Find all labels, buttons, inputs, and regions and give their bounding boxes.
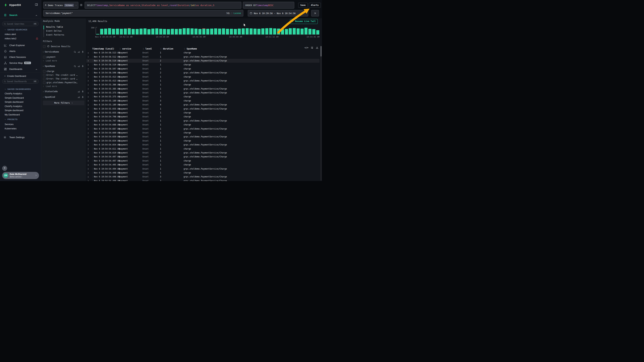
- column-header-spanname[interactable]: SpanName: [186, 47, 197, 50]
- order-by-editor[interactable]: ORDER BY Timestamp DESC: [243, 2, 294, 8]
- histogram-bar[interactable]: [198, 29, 202, 34]
- preset-item[interactable]: Services: [5, 123, 14, 126]
- denoise-checkbox[interactable]: [43, 45, 46, 48]
- alerts-button[interactable]: Alerts: [309, 3, 321, 8]
- histogram-bar[interactable]: [312, 29, 316, 34]
- histogram-bar[interactable]: [116, 29, 119, 34]
- histogram-bar[interactable]: [128, 29, 131, 34]
- save-button[interactable]: Save: [298, 3, 308, 8]
- saved-dashboards-input[interactable]: Saved Dashboards ⌘K: [2, 79, 39, 84]
- histogram-bar[interactable]: [293, 28, 296, 34]
- histogram-bar[interactable]: [136, 29, 139, 34]
- expand-row-icon[interactable]: ❯: [88, 128, 92, 130]
- histogram-bar[interactable]: [265, 28, 268, 34]
- table-row[interactable]: ❯Nov 6 10:54:54.497 AMpaymentUnset1grpc.…: [86, 155, 320, 159]
- filter-option-checkbox[interactable]: [43, 78, 46, 80]
- histogram-bar[interactable]: [222, 28, 225, 34]
- histogram-bar[interactable]: [234, 29, 237, 34]
- load-more-button[interactable]: Load more: [42, 85, 57, 88]
- sidebar-item-team-settings[interactable]: Team Settings: [0, 135, 41, 140]
- pin-icon[interactable]: [82, 96, 84, 98]
- histogram-bar[interactable]: [151, 29, 154, 34]
- table-row[interactable]: ❯Nov 6 10:54:54.654 AMpaymentUnset1charg…: [86, 139, 320, 143]
- download-icon[interactable]: [316, 46, 318, 49]
- table-row[interactable]: ❯Nov 6 10:54:54.495 AMpaymentUnset1charg…: [86, 163, 320, 167]
- expand-row-icon[interactable]: ❯: [88, 64, 92, 66]
- histogram-bar[interactable]: [296, 28, 300, 34]
- table-row[interactable]: ❯Nov 6 10:54:55.375 AMpaymentUnset1charg…: [86, 95, 320, 99]
- saved-searches-section-header[interactable]: SAVED SEARCHES: [4, 29, 28, 31]
- histogram-bar[interactable]: [179, 29, 182, 34]
- table-row[interactable]: ❯Nov 6 10:54:54.707 AMpaymentUnset1grpc.…: [86, 119, 320, 123]
- filter-option-label[interactable]: Error: The credit card …: [46, 74, 78, 76]
- table-row[interactable]: ❯Nov 6 10:54:54.688 AMpaymentUnset1charg…: [86, 123, 320, 127]
- expand-row-icon[interactable]: ❯: [88, 92, 92, 94]
- filter-option-checkbox[interactable]: [43, 70, 46, 73]
- histogram-bar[interactable]: [120, 29, 123, 34]
- sidebar-collapse-icon[interactable]: [35, 3, 38, 6]
- expand-row-icon[interactable]: ❯: [88, 108, 92, 110]
- code-view-icon[interactable]: </>: [304, 46, 308, 49]
- create-dashboard-button[interactable]: +Create Dashboard: [4, 75, 26, 77]
- table-row[interactable]: ❯Nov 6 10:54:55.413 AMpaymentUnset1charg…: [86, 75, 320, 79]
- table-row[interactable]: ❯Nov 6 10:54:55.413 AMpaymentUnset1grpc.…: [86, 79, 320, 83]
- table-row[interactable]: ❯Nov 6 10:54:55.375 AMpaymentUnset1grpc.…: [86, 91, 320, 95]
- expand-row-icon[interactable]: ❯: [88, 56, 92, 58]
- bar-chart-icon[interactable]: [78, 65, 80, 67]
- table-row[interactable]: ❯Nov 6 10:54:54.654 AMpaymentUnset1grpc.…: [86, 143, 320, 147]
- histogram-bar[interactable]: [246, 28, 249, 34]
- help-button[interactable]: ?: [2, 166, 7, 171]
- filter-option-label[interactable]: payment: [46, 56, 56, 58]
- expand-row-icon[interactable]: ❯: [88, 152, 92, 154]
- histogram-bar[interactable]: [140, 29, 142, 34]
- expand-row-icon[interactable]: ❯: [88, 68, 92, 70]
- load-more-button[interactable]: Load more: [42, 59, 57, 62]
- table-row[interactable]: ❯Nov 6 10:54:54.611 AMpaymentUnset1charg…: [86, 147, 320, 151]
- histogram-bar[interactable]: [206, 29, 209, 34]
- analysis-mode-event-deltas[interactable]: Event Deltas: [46, 30, 62, 32]
- expand-row-icon[interactable]: ❯: [88, 148, 92, 150]
- column-header-service[interactable]: service: [122, 47, 131, 50]
- saved-dashboard-item[interactable]: ClickPy Analytics: [5, 92, 22, 95]
- column-header-duration[interactable]: duration: [163, 47, 173, 50]
- filter-option-label[interactable]: Error: The credit card …: [46, 78, 78, 80]
- histogram-bar[interactable]: [242, 28, 245, 34]
- filter-group-spanname[interactable]: SpanName: [45, 65, 55, 67]
- expand-row-icon[interactable]: ❯: [88, 172, 92, 174]
- analysis-mode-results-table[interactable]: Results Table: [46, 26, 63, 28]
- filter-option-label[interactable]: charge: [46, 70, 54, 73]
- vertical-scrollbar[interactable]: [320, 46, 322, 181]
- histogram-bar[interactable]: [190, 28, 194, 34]
- chevron-down-icon[interactable]: [42, 65, 44, 67]
- table-row[interactable]: ❯Nov 6 10:54:54.659 AMpaymentUnset1grpc.…: [86, 135, 320, 139]
- table-row[interactable]: ❯Nov 6 10:54:56.513 AMpaymentUnset1charg…: [86, 51, 320, 55]
- histogram-bar[interactable]: [304, 28, 308, 34]
- histogram-bar[interactable]: [144, 28, 146, 34]
- filter-option-checkbox[interactable]: [43, 56, 46, 58]
- resume-live-tail-button[interactable]: Resume Live Tail: [290, 19, 318, 24]
- table-row[interactable]: ❯Nov 6 10:54:54.660 AMpaymentUnset1charg…: [86, 131, 320, 135]
- search-icon[interactable]: [74, 65, 76, 67]
- scrollbar-thumb[interactable]: [320, 46, 322, 56]
- table-row[interactable]: ❯Nov 6 10:54:54.610 AMpaymentUnset2grpc.…: [86, 151, 320, 155]
- expand-row-icon[interactable]: ❯: [88, 164, 92, 166]
- expand-row-icon[interactable]: ❯: [88, 160, 92, 162]
- histogram-bar[interactable]: [261, 28, 264, 34]
- table-row[interactable]: ❯Nov 6 10:54:54.494 AMpaymentUnset1grpc.…: [86, 167, 320, 171]
- histogram-bar[interactable]: [183, 28, 186, 34]
- table-row[interactable]: ❯Nov 6 10:54:54.708 AMpaymentUnset1charg…: [86, 115, 320, 119]
- histogram-bar[interactable]: [210, 29, 213, 34]
- column-drag-handle[interactable]: [142, 48, 144, 50]
- bar-chart-icon[interactable]: [78, 96, 80, 98]
- pin-icon[interactable]: [82, 65, 84, 67]
- expand-row-icon[interactable]: ❯: [88, 116, 92, 118]
- expand-row-icon[interactable]: ❯: [88, 136, 92, 138]
- expand-row-icon[interactable]: ❯: [88, 104, 92, 106]
- table-row[interactable]: ❯Nov 6 10:54:54.448 AMpaymentUnset1charg…: [86, 171, 320, 175]
- expand-row-icon[interactable]: ❯: [88, 88, 92, 90]
- filter-group-servicename[interactable]: ServiceName: [45, 51, 59, 53]
- histogram-bar[interactable]: [108, 28, 111, 34]
- bar-chart-icon[interactable]: [78, 51, 80, 53]
- expand-row-icon[interactable]: ❯: [88, 84, 92, 86]
- table-row[interactable]: ❯Nov 6 10:54:55.035 AMpaymentUnset1charg…: [86, 111, 320, 115]
